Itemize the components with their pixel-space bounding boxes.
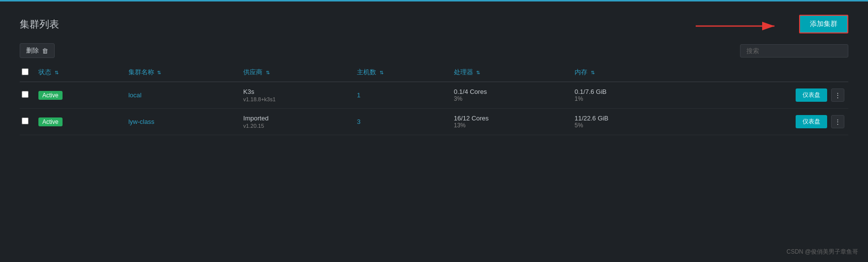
more-options-button[interactable]: ⋮ xyxy=(831,115,844,128)
header-provider-label: 供应商 xyxy=(243,68,262,76)
mem-usage: 11/22.6 GiB xyxy=(575,115,684,122)
provider-version: v1.20.15 xyxy=(243,123,349,129)
provider-sort-icon[interactable]: ⇅ xyxy=(266,70,270,75)
provider-version: v1.18.8+k3s1 xyxy=(243,96,349,102)
status-badge: Active xyxy=(38,91,63,100)
page-header: 集群列表 添加集群 xyxy=(20,15,848,33)
provider-name: Imported xyxy=(243,115,349,122)
mem-percent: 5% xyxy=(575,122,684,129)
memory-sort-icon[interactable]: ⇅ xyxy=(591,70,595,75)
header-status: 状态 ⇅ xyxy=(34,63,125,82)
row-hosts-cell: 3 xyxy=(353,109,450,135)
cpu-usage: 16/12 Cores xyxy=(454,115,567,122)
add-cluster-button[interactable]: 添加集群 xyxy=(799,15,848,33)
row-checkbox-cell xyxy=(20,109,34,135)
row-cpu-cell: 0.1/4 Cores 3% xyxy=(450,82,571,109)
header-status-label: 状态 xyxy=(38,68,51,76)
dashboard-button[interactable]: 仪表盘 xyxy=(796,115,827,128)
cpu-percent: 3% xyxy=(454,95,567,102)
header-cpu-label: 处理器 xyxy=(454,68,473,76)
host-count-link[interactable]: 1 xyxy=(357,91,360,99)
header-memory: 内存 ⇅ xyxy=(571,63,688,82)
cluster-name-link[interactable]: lyw-class xyxy=(129,118,155,125)
table-header-row: 状态 ⇅ 集群名称 ⇅ 供应商 ⇅ 主机数 ⇅ 处理器 ⇅ xyxy=(20,63,848,82)
cpu-usage: 0.1/4 Cores xyxy=(454,88,567,95)
header-memory-label: 内存 xyxy=(575,68,587,76)
row-memory-cell: 0.1/7.6 GiB 1% xyxy=(571,82,688,109)
mem-percent: 1% xyxy=(575,95,684,102)
cpu-sort-icon[interactable]: ⇅ xyxy=(476,70,480,75)
header-cpu: 处理器 ⇅ xyxy=(450,63,571,82)
header-provider: 供应商 ⇅ xyxy=(239,63,353,82)
page-title: 集群列表 xyxy=(20,18,59,31)
header-name-label: 集群名称 xyxy=(129,68,154,76)
provider-name: K3s xyxy=(243,88,349,95)
table-row: Active lyw-class Imported v1.20.15 3 16/… xyxy=(20,109,848,135)
hosts-sort-icon[interactable]: ⇅ xyxy=(380,70,384,75)
delete-button[interactable]: 删除 🗑 xyxy=(20,43,55,58)
table-row: Active local K3s v1.18.8+k3s1 1 0.1/4 Co… xyxy=(20,82,848,109)
row-status-cell: Active xyxy=(34,82,125,109)
row-name-cell: lyw-class xyxy=(125,109,239,135)
host-count-link[interactable]: 3 xyxy=(357,118,360,125)
select-all-checkbox[interactable] xyxy=(22,68,29,75)
delete-label: 删除 xyxy=(26,46,39,55)
row-name-cell: local xyxy=(125,82,239,109)
status-sort-icon[interactable]: ⇅ xyxy=(55,70,59,75)
more-options-button[interactable]: ⋮ xyxy=(831,88,844,102)
footer-note: CSDN @俊俏美男子章鱼哥 xyxy=(786,248,858,256)
header-hosts-label: 主机数 xyxy=(357,68,376,76)
cluster-name-link[interactable]: local xyxy=(129,91,142,99)
row-hosts-cell: 1 xyxy=(353,82,450,109)
search-input[interactable] xyxy=(740,44,848,58)
header-actions xyxy=(688,63,848,82)
action-cell: 仪表盘 ⋮ xyxy=(692,88,844,102)
row-checkbox-1[interactable] xyxy=(22,117,29,124)
row-checkbox-0[interactable] xyxy=(22,91,29,98)
row-provider-cell: K3s v1.18.8+k3s1 xyxy=(239,82,353,109)
row-actions-cell: 仪表盘 ⋮ xyxy=(688,109,848,135)
header-name: 集群名称 ⇅ xyxy=(125,63,239,82)
header-checkbox-col xyxy=(20,63,34,82)
status-badge: Active xyxy=(38,117,63,126)
row-memory-cell: 11/22.6 GiB 5% xyxy=(571,109,688,135)
row-actions-cell: 仪表盘 ⋮ xyxy=(688,82,848,109)
action-cell: 仪表盘 ⋮ xyxy=(692,115,844,128)
row-checkbox-cell xyxy=(20,82,34,109)
dashboard-button[interactable]: 仪表盘 xyxy=(796,88,827,102)
cpu-percent: 13% xyxy=(454,122,567,129)
name-sort-icon[interactable]: ⇅ xyxy=(157,70,161,75)
cluster-table: 状态 ⇅ 集群名称 ⇅ 供应商 ⇅ 主机数 ⇅ 处理器 ⇅ xyxy=(20,63,848,135)
mem-usage: 0.1/7.6 GiB xyxy=(575,88,684,95)
header-hosts: 主机数 ⇅ xyxy=(353,63,450,82)
row-cpu-cell: 16/12 Cores 13% xyxy=(450,109,571,135)
toolbar: 删除 🗑 xyxy=(20,43,848,58)
trash-icon: 🗑 xyxy=(42,47,48,55)
row-status-cell: Active xyxy=(34,109,125,135)
row-provider-cell: Imported v1.20.15 xyxy=(239,109,353,135)
